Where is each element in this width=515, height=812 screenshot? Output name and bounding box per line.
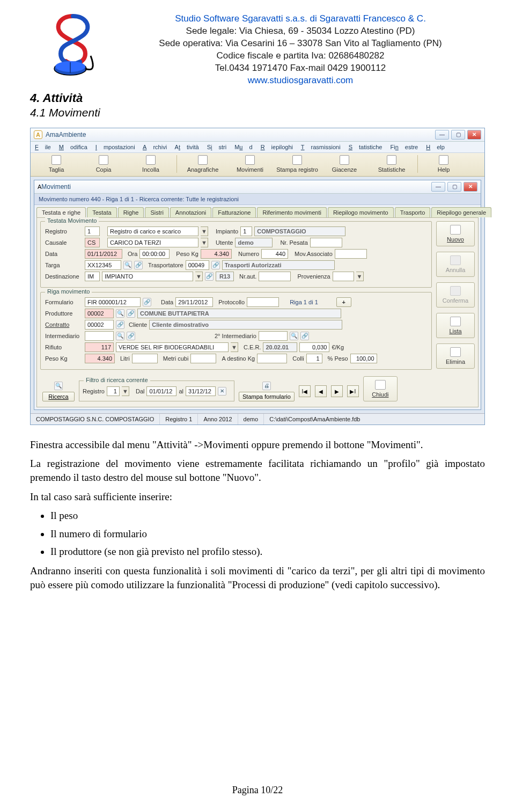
tab-trasporto[interactable]: Trasporto — [395, 207, 431, 217]
menu-riepiloghi[interactable]: Riepiloghi — [261, 144, 293, 150]
inner-maximize-button[interactable]: ▢ — [447, 182, 461, 192]
menu-modifica[interactable]: Modifica — [59, 144, 87, 150]
tab-riepilogo-generale[interactable]: Riepilogo generale — [431, 207, 491, 217]
registro-desc-select[interactable]: Registro di carico e scarico — [107, 226, 198, 236]
causale-desc-select[interactable]: CARICO DA TERZI — [107, 238, 198, 247]
stampa-formulario-button[interactable]: Stampa formulario — [239, 392, 295, 401]
link-icon[interactable]: 🔗 — [127, 309, 135, 318]
menu-sistri[interactable]: Sistri — [207, 144, 226, 150]
pesokg-input[interactable]: 4.340 — [85, 354, 115, 363]
al-input[interactable]: 31/12/12 — [186, 386, 216, 396]
menu-impostazioni[interactable]: Impostazioni — [95, 144, 135, 150]
impianto-input[interactable]: 1 — [240, 226, 252, 236]
menu-trasmissioni[interactable]: Trasmissioni — [301, 144, 341, 150]
add-row-button[interactable]: + — [336, 297, 351, 307]
dropdown-icon[interactable]: ▼ — [122, 386, 129, 396]
registro-input[interactable]: 1 — [85, 226, 100, 236]
contratto-input[interactable]: 00002 — [85, 320, 114, 330]
intermediario2-input[interactable] — [259, 331, 288, 341]
dropdown-icon[interactable]: ▼ — [231, 342, 238, 352]
menu-help[interactable]: Help — [426, 144, 445, 150]
tool-incolla[interactable]: Incolla — [127, 155, 174, 173]
chiudi-button[interactable]: Chiudi — [363, 376, 398, 401]
minimize-button[interactable]: — — [435, 130, 449, 140]
dal-input[interactable]: 01/01/12 — [146, 386, 176, 396]
inner-minimize-button[interactable]: — — [431, 182, 445, 192]
link-icon[interactable]: 🔗 — [127, 332, 135, 340]
formulario-input[interactable]: FIR 000001/12 — [85, 297, 141, 307]
dropdown-icon[interactable]: ▼ — [201, 238, 208, 247]
litri-input[interactable] — [132, 354, 158, 363]
filtro-reg-input[interactable]: 1 — [107, 386, 120, 396]
close-button[interactable]: ✕ — [467, 130, 481, 140]
movassociato-input[interactable] — [335, 249, 367, 259]
prezzo-input[interactable]: 0,030 — [299, 342, 329, 352]
tool-anagrafiche[interactable]: Anagrafiche — [179, 155, 226, 173]
tool-statistiche[interactable]: Statistiche — [368, 155, 415, 173]
annulla-button[interactable]: Annulla — [436, 252, 475, 277]
tab-righe[interactable]: Righe — [118, 207, 144, 217]
data-input[interactable]: 01/11/2012 — [85, 249, 122, 259]
menu-file[interactable]: File — [35, 144, 51, 150]
colli-input[interactable]: 1 — [306, 354, 322, 363]
nuovo-button[interactable]: Nuovo — [436, 221, 475, 246]
tool-stampa-registro[interactable]: Stampa registro — [274, 155, 321, 173]
link-icon[interactable]: 🔗 — [300, 332, 309, 340]
produttore-input[interactable]: 00002 — [85, 309, 114, 318]
destinazione-desc-select[interactable]: IMPIANTO — [102, 272, 193, 281]
mcubi-input[interactable] — [190, 354, 216, 363]
lista-button[interactable]: Lista — [436, 313, 475, 338]
menu-finestre[interactable]: Finestre — [390, 144, 418, 150]
tab-fatturazione[interactable]: Fatturazione — [212, 207, 256, 217]
tab-testata-righe[interactable]: Testata e righe — [36, 207, 86, 217]
rifiuto-desc-select[interactable]: VERDE SEL RIF BIODEGRADABILI — [116, 342, 229, 352]
data-riga-input[interactable]: 29/11/2012 — [175, 297, 213, 307]
inner-close-button[interactable]: ✕ — [464, 182, 477, 192]
prev-record-button[interactable]: ◀ — [315, 385, 327, 397]
menu-archivi[interactable]: Archivi — [143, 144, 167, 150]
elimina-button[interactable]: Elimina — [436, 343, 475, 369]
tool-giacenze[interactable]: Giacenze — [321, 155, 368, 173]
dropdown-icon[interactable]: ▼ — [356, 272, 364, 281]
maximize-button[interactable]: ▢ — [451, 130, 465, 140]
tab-riepilogo-movimento[interactable]: Riepilogo movimento — [328, 207, 394, 217]
menu-statistiche[interactable]: Statistiche — [349, 144, 382, 150]
targa-input[interactable]: XX12345 — [85, 260, 121, 270]
causale-input[interactable]: CS — [85, 238, 100, 247]
clear-filter-icon[interactable]: ✕ — [218, 387, 226, 396]
provenienza-input[interactable] — [333, 272, 354, 281]
tab-testata[interactable]: Testata — [87, 207, 116, 217]
ricerca-button[interactable]: Ricerca — [42, 392, 75, 401]
intermediario-input[interactable] — [85, 331, 114, 341]
first-record-button[interactable]: I◀ — [299, 385, 311, 397]
dropdown-icon[interactable]: ▼ — [195, 272, 203, 281]
pctpeso-input[interactable]: 100,00 — [350, 354, 377, 363]
dropdown-icon[interactable]: ▼ — [201, 226, 208, 236]
adestino-input[interactable] — [257, 354, 287, 363]
rifiuto-input[interactable]: 117 — [85, 342, 114, 352]
numero-input[interactable]: 440 — [261, 249, 288, 259]
tab-annotazioni[interactable]: Annotazioni — [170, 207, 212, 217]
tool-taglia[interactable]: Taglia — [33, 155, 80, 173]
link-icon[interactable]: 🔗 — [205, 272, 214, 281]
lookup-icon[interactable]: 🔍 — [290, 332, 298, 340]
link-icon[interactable]: 🔗 — [134, 261, 143, 269]
peso-input[interactable]: 4.340 — [201, 249, 232, 259]
menubar[interactable]: File Modifica Impostazioni Archivi Attiv… — [31, 142, 484, 153]
menu-attivita[interactable]: Attività — [175, 144, 199, 150]
menu-mud[interactable]: Mud — [234, 144, 252, 150]
lookup-icon[interactable]: 🔍 — [116, 332, 124, 340]
lookup-icon[interactable]: 🔍 — [116, 309, 124, 318]
destinazione-input[interactable]: IM — [85, 272, 100, 281]
ora-input[interactable]: 00:00:00 — [139, 249, 170, 259]
last-record-button[interactable]: ▶I — [347, 385, 359, 397]
nrpesata-input[interactable] — [310, 238, 342, 247]
trasportatore-input[interactable]: 00049 — [186, 260, 209, 270]
protocollo-input[interactable] — [247, 297, 279, 307]
lookup-icon[interactable]: 🔍 — [123, 261, 132, 269]
next-record-button[interactable]: ▶ — [331, 385, 343, 397]
link-icon[interactable]: 🔗 — [143, 298, 151, 306]
tab-sistri[interactable]: Sistri — [145, 207, 168, 217]
tool-copia[interactable]: Copia — [80, 155, 127, 173]
tab-riferimento-movimenti[interactable]: Riferimento movimenti — [257, 207, 326, 217]
